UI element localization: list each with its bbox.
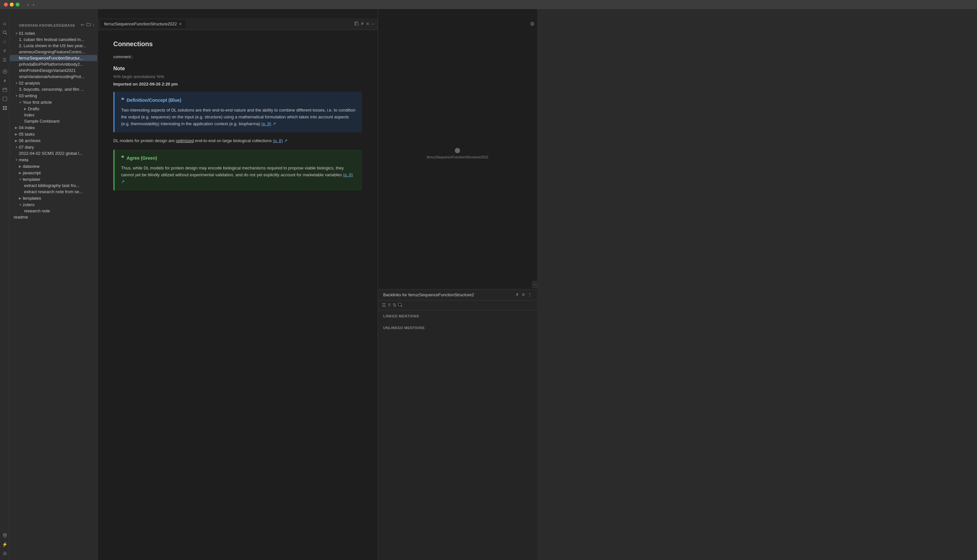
close-pane-button[interactable]: ✕ [366,21,370,27]
new-file-button[interactable]: ✏ [81,22,84,28]
tree-item-05-tasks[interactable]: ▶ 05 tasks [10,131,97,137]
tree-item-research-note[interactable]: research note [10,208,97,214]
tree-item-06-archives[interactable]: ▶ 06 archives [10,137,97,144]
graph-view-icon[interactable] [1,68,9,75]
new-folder-button[interactable] [86,22,91,28]
para-external-link-icon[interactable]: ↗ [283,138,288,143]
tree-item-01-notes[interactable]: ▾ 01 notes [10,30,97,37]
graph-settings-button[interactable]: ⚙ [530,21,535,27]
callout-green-body: Thus, while DL models for protein design… [121,165,356,185]
active-tab[interactable]: ferruzSequenceFunctionStructure2022 ✕ [100,20,186,28]
tree-item-meta[interactable]: ▾ meta [10,157,97,163]
editor-content: Connections comment:: Note %% begin anno… [98,30,378,206]
tree-item-extract-bib[interactable]: extract bibliography task fro... [10,182,97,188]
blocks-icon[interactable] [1,104,9,112]
callout-green-link[interactable]: (p. 8) [343,172,353,177]
tree-label-index: Index [24,113,35,117]
tree-item-04-index[interactable]: ▶ 04 index [10,124,97,131]
arrow-zotero: ▾ [18,202,23,207]
tree-label-05-tasks: 05 tasks [19,132,35,137]
tree-item-templater[interactable]: ▾ templater [10,176,97,182]
tree-label-research-note: research note [24,208,50,213]
tree-item-07-diary[interactable]: ▾ 07 diary [10,144,97,150]
tree-item-analysis-1[interactable]: 3. boycotts, censorship, and film ... [10,86,97,92]
tree-item-note-6[interactable]: shinProteinDesignVariant2021 [10,67,97,73]
arrow-01-notes: ▾ [14,30,19,36]
tree-item-03-writing[interactable]: ▾ 03 writing [10,92,97,99]
comment-line: comment:: [113,54,362,59]
maximize-button[interactable] [16,3,20,7]
image-icon[interactable] [1,95,9,103]
tab-title: ferruzSequenceFunctionStructure2022 [104,22,177,26]
sort-button[interactable]: ↕ [93,22,95,28]
backlinks-collapse-button[interactable]: ⇑ [387,302,391,308]
plugin2-icon[interactable]: ⚡ [1,540,9,548]
tree-item-note-4[interactable]: ferruzSequenceFunctionStructur... [10,55,97,61]
tree-item-your-first-article[interactable]: ▾ Your first article [10,99,97,105]
callout-blue-body: Two interesting aspects of DL solutions … [121,107,356,127]
calendar-icon[interactable] [1,86,9,94]
tree-item-note-1[interactable]: 1. cuban film festival cancelled in... [10,37,97,43]
link-pane-button[interactable] [360,21,365,27]
tree-label-06-archives: 06 archives [19,138,40,143]
files-icon[interactable]: ☰ [1,56,9,64]
backlinks-close-button[interactable]: ✕ [522,292,525,298]
tree-item-index[interactable]: Index [10,112,97,118]
arrow-templates: ▶ [18,195,23,201]
arrow-07-diary: ▾ [14,144,19,150]
graph-node [455,148,460,153]
tree-label-extract-research: extract research note from se... [24,189,83,194]
tree-item-javascript[interactable]: ▶ javascript [10,170,97,176]
tree-item-dataview[interactable]: ▶ dataview [10,163,97,170]
backlinks-more-button[interactable]: ⋮ [527,292,532,298]
svg-point-14 [4,553,5,555]
arrow-06-archives: ▶ [14,138,19,143]
tab-close-button[interactable]: ✕ [179,22,182,26]
home-icon[interactable]: ⌂ [1,20,9,27]
backlinks-link-button[interactable] [515,292,520,298]
tree-label-note-5: prihodaBioPhiPlatformAntibody2... [19,62,84,67]
nav-back-button[interactable]: ‹ [26,1,30,8]
links-icon[interactable] [1,77,9,85]
tree-item-02-analysis[interactable]: ▾ 02 analysis [10,80,97,86]
para-link[interactable]: (p. 8) [273,138,283,143]
quote-green-icon: ❝ [121,155,124,161]
tree-label-note-2: 2. Lucia shown in the US two year... [19,43,86,48]
search-icon[interactable] [1,28,9,37]
tree-item-note-7[interactable]: sinaiVariationalAutoencodingProt... [10,73,97,80]
tree-item-drafts[interactable]: ▶ Drafts [10,105,97,112]
backlinks-search-button[interactable] [398,302,402,308]
vault-title: OBSIDIAN-KNOWLEDGEBASE [14,21,80,28]
comment-label: comment:: [113,54,133,59]
tree-item-zotero[interactable]: ▾ zotero [10,201,97,208]
nav-forward-button[interactable]: › [32,1,36,8]
unlinked-mentions-label: UNLINKED MENTIONS [383,325,532,331]
external-link-green-icon[interactable]: ↗ [121,179,125,184]
external-link-blue-icon[interactable]: ↗ [273,121,276,126]
tree-item-note-5[interactable]: prihodaBioPhiPlatformAntibody2... [10,61,97,67]
callout-blue-header: ❝ Definition/Concept (Blue) [121,97,356,103]
tag-icon[interactable]: # [1,47,9,55]
tree-item-diary-1[interactable]: 2022-04-02 SCMS 2022 global l... [10,150,97,157]
minimize-button[interactable] [10,3,14,7]
graph-area: ⚙ ferruzSequenceFunctionStructure2022 [378,18,537,289]
tree-item-note-3[interactable]: amimeurDesigningFeatureContro... [10,49,97,55]
tree-item-note-2[interactable]: 2. Lucia shown in the US two year... [10,43,97,49]
star-icon[interactable]: ☆ [1,38,9,45]
tree-label-note-1: 1. cuban film festival cancelled in... [19,37,84,42]
tree-item-sample-corkboard[interactable]: Sample Corkboard [10,118,97,124]
tree-item-readme[interactable]: readme [10,214,97,220]
backlinks-sort-button[interactable]: ⇅ [393,302,396,308]
tree-item-extract-research[interactable]: extract research note from se... [10,188,97,195]
callout-blue-link[interactable]: (p. 8) [261,121,271,126]
svg-rect-16 [356,22,358,26]
right-sidebar-toggle[interactable]: › [532,281,537,288]
close-button[interactable] [4,3,8,7]
location-icon[interactable] [1,532,9,539]
settings-icon[interactable] [1,550,9,557]
more-pane-button[interactable]: ⋯ [371,21,375,27]
copy-pane-button[interactable] [354,21,359,27]
backlinks-panel: Backlinks for ferruzSequenceFunctionStru… [378,289,537,560]
backlinks-list-button[interactable]: ☰ [382,302,386,308]
tree-item-templates[interactable]: ▶ templates [10,195,97,201]
